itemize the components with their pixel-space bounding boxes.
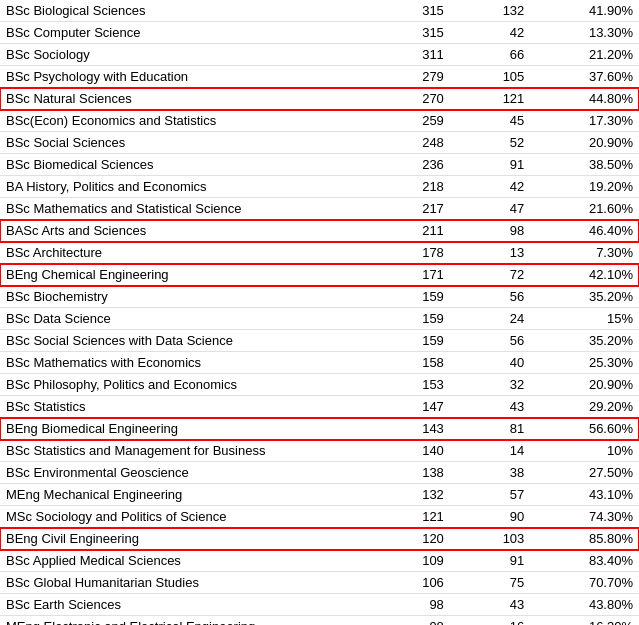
percentage: 17.30% [544,110,639,132]
percentage: 41.90% [544,0,639,22]
table-row: BSc Mathematics and Statistical Science2… [0,198,639,220]
course-name: BSc Statistics [0,396,383,418]
percentage: 85.80% [544,528,639,550]
percentage: 15% [544,308,639,330]
course-name: BSc Architecture [0,242,383,264]
table-row: BSc Psychology with Education27910537.60… [0,66,639,88]
table-row: BSc Earth Sciences984343.80% [0,594,639,616]
value-1: 121 [383,506,463,528]
value-1: 158 [383,352,463,374]
value-1: 311 [383,44,463,66]
value-2: 132 [464,0,544,22]
percentage: 21.20% [544,44,639,66]
table-row: BSc(Econ) Economics and Statistics259451… [0,110,639,132]
percentage: 46.40% [544,220,639,242]
course-name: BEng Chemical Engineering [0,264,383,286]
value-1: 159 [383,308,463,330]
value-1: 109 [383,550,463,572]
value-1: 315 [383,0,463,22]
course-name: BEng Civil Engineering [0,528,383,550]
course-name: BSc Philosophy, Politics and Economics [0,374,383,396]
value-2: 43 [464,396,544,418]
value-1: 159 [383,330,463,352]
value-1: 270 [383,88,463,110]
value-1: 217 [383,198,463,220]
course-name: BSc Statistics and Management for Busine… [0,440,383,462]
value-2: 13 [464,242,544,264]
percentage: 20.90% [544,374,639,396]
value-1: 248 [383,132,463,154]
value-1: 140 [383,440,463,462]
value-2: 24 [464,308,544,330]
table-row: BA History, Politics and Economics218421… [0,176,639,198]
value-2: 38 [464,462,544,484]
value-2: 16 [464,616,544,626]
table-row: BSc Mathematics with Economics1584025.30… [0,352,639,374]
table-row: MEng Mechanical Engineering1325743.10% [0,484,639,506]
table-row: BSc Statistics and Management for Busine… [0,440,639,462]
percentage: 21.60% [544,198,639,220]
value-2: 90 [464,506,544,528]
value-2: 75 [464,572,544,594]
value-1: 138 [383,462,463,484]
value-2: 72 [464,264,544,286]
table-row: BSc Computer Science3154213.30% [0,22,639,44]
value-2: 14 [464,440,544,462]
percentage: 35.20% [544,286,639,308]
value-1: 98 [383,594,463,616]
course-name: BSc Data Science [0,308,383,330]
value-2: 56 [464,330,544,352]
course-name: BSc Environmental Geoscience [0,462,383,484]
table-row: MSc Sociology and Politics of Science121… [0,506,639,528]
table-row: BSc Social Sciences with Data Science159… [0,330,639,352]
percentage: 16.30% [544,616,639,626]
percentage: 13.30% [544,22,639,44]
value-2: 42 [464,22,544,44]
table-row: BSc Environmental Geoscience1383827.50% [0,462,639,484]
value-2: 42 [464,176,544,198]
value-2: 57 [464,484,544,506]
percentage: 37.60% [544,66,639,88]
table-row: BEng Chemical Engineering1717242.10% [0,264,639,286]
table-row: BSc Applied Medical Sciences1099183.40% [0,550,639,572]
value-2: 98 [464,220,544,242]
value-1: 218 [383,176,463,198]
course-name: BSc Earth Sciences [0,594,383,616]
value-1: 147 [383,396,463,418]
percentage: 70.70% [544,572,639,594]
percentage: 35.20% [544,330,639,352]
value-1: 211 [383,220,463,242]
value-1: 178 [383,242,463,264]
value-1: 153 [383,374,463,396]
percentage: 27.50% [544,462,639,484]
percentage: 74.30% [544,506,639,528]
percentage: 29.20% [544,396,639,418]
course-name: MEng Electronic and Electrical Engineeri… [0,616,383,626]
value-1: 132 [383,484,463,506]
value-1: 315 [383,22,463,44]
value-1: 279 [383,66,463,88]
table-row: BSc Statistics1474329.20% [0,396,639,418]
course-name: BSc Mathematics with Economics [0,352,383,374]
value-2: 43 [464,594,544,616]
table-row: BEng Civil Engineering12010385.80% [0,528,639,550]
data-table: BSc Biological Sciences31513241.90%BSc C… [0,0,639,625]
percentage: 42.10% [544,264,639,286]
table-row: BSc Biological Sciences31513241.90% [0,0,639,22]
table-row: BEng Biomedical Engineering1438156.60% [0,418,639,440]
course-name: BSc Biomedical Sciences [0,154,383,176]
course-name: BSc Natural Sciences [0,88,383,110]
course-name: BSc Sociology [0,44,383,66]
value-2: 47 [464,198,544,220]
value-1: 159 [383,286,463,308]
table-row: BSc Data Science1592415% [0,308,639,330]
course-name: BSc Mathematics and Statistical Science [0,198,383,220]
table-row: BSc Social Sciences2485220.90% [0,132,639,154]
percentage: 19.20% [544,176,639,198]
percentage: 43.80% [544,594,639,616]
value-2: 105 [464,66,544,88]
table-row: BSc Sociology3116621.20% [0,44,639,66]
course-name: MEng Mechanical Engineering [0,484,383,506]
table-row: BSc Architecture178137.30% [0,242,639,264]
value-2: 103 [464,528,544,550]
